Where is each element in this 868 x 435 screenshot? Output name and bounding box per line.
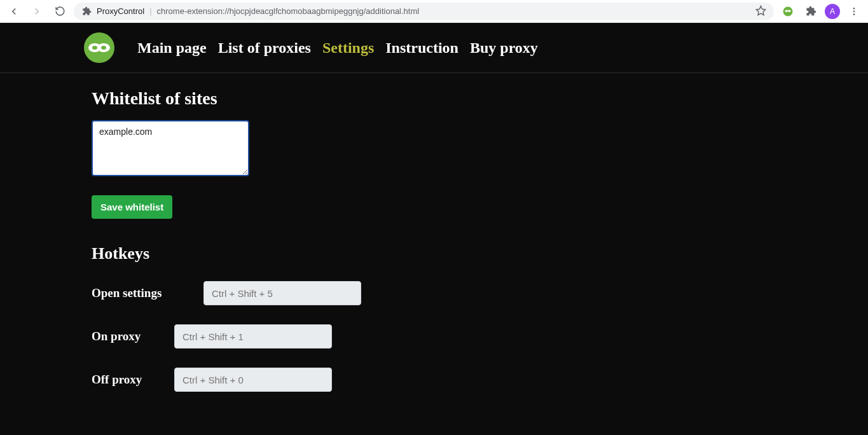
nav-instruction[interactable]: Instruction: [385, 39, 458, 57]
profile-avatar[interactable]: A: [825, 4, 840, 19]
hotkey-input-on-proxy[interactable]: [174, 324, 332, 349]
extension-name: ProxyControl: [97, 6, 144, 16]
extensions-button[interactable]: [802, 3, 820, 20]
save-whitelist-button[interactable]: Save whitelist: [92, 195, 172, 219]
bookmark-star-icon[interactable]: [755, 5, 766, 18]
svg-point-2: [788, 10, 791, 11]
proxycontrol-ext-icon[interactable]: [779, 3, 797, 20]
svg-point-8: [92, 46, 97, 50]
hotkey-row-open-settings: Open settings: [92, 281, 868, 305]
hotkey-row-off-proxy: Off proxy: [92, 368, 868, 392]
app-logo[interactable]: [84, 32, 114, 63]
nav-main-page[interactable]: Main page: [137, 39, 207, 57]
back-button[interactable]: [5, 3, 23, 20]
hotkey-label: Off proxy: [92, 373, 174, 387]
svg-point-3: [853, 8, 855, 10]
svg-point-0: [783, 6, 793, 16]
separator: |: [149, 6, 151, 16]
hotkeys-title: Hotkeys: [92, 244, 868, 263]
hotkey-label: Open settings: [92, 286, 203, 300]
whitelist-title: Whitelist of sites: [92, 88, 868, 109]
settings-content: Whitelist of sites Save whitelist Hotkey…: [0, 72, 868, 435]
svg-point-5: [853, 13, 855, 15]
address-bar[interactable]: ProxyControl | chrome-extension://hjocpj…: [74, 3, 774, 20]
hotkey-input-off-proxy[interactable]: [174, 368, 332, 392]
browser-toolbar: ProxyControl | chrome-extension://hjocpj…: [0, 0, 868, 23]
hotkey-row-on-proxy: On proxy: [92, 324, 868, 349]
whitelist-textarea[interactable]: [92, 120, 249, 176]
svg-point-4: [853, 10, 855, 12]
nav-settings[interactable]: Settings: [322, 39, 374, 57]
url-text: chrome-extension://hjocpjdeacglfchomobaa…: [157, 6, 420, 16]
app-header: Main page List of proxies Settings Instr…: [0, 23, 868, 72]
nav-list-of-proxies[interactable]: List of proxies: [218, 39, 311, 57]
nav-buy-proxy[interactable]: Buy proxy: [470, 39, 538, 57]
svg-point-9: [101, 46, 106, 50]
forward-button[interactable]: [28, 3, 46, 20]
hotkey-label: On proxy: [92, 329, 174, 343]
hotkey-input-open-settings[interactable]: [203, 281, 361, 305]
reload-button[interactable]: [51, 3, 69, 20]
extension-icon: [81, 6, 92, 17]
svg-point-1: [785, 10, 789, 11]
menu-button[interactable]: [845, 3, 863, 20]
